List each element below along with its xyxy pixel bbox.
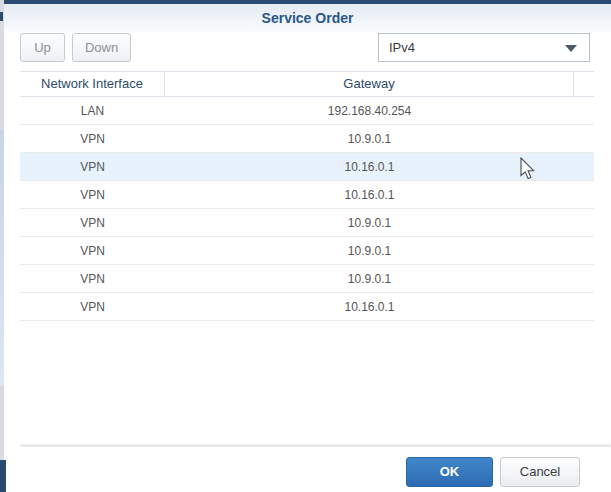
column-header-spacer xyxy=(574,72,594,96)
protocol-dropdown[interactable]: IPv4 xyxy=(378,33,590,62)
footer-divider xyxy=(20,444,611,447)
cell-network-interface: VPN xyxy=(20,160,165,174)
table-row[interactable]: LAN192.168.40.254 xyxy=(20,97,594,125)
cell-gateway: 10.16.0.1 xyxy=(165,300,574,314)
background-window-corner xyxy=(0,460,6,492)
cell-network-interface: VPN xyxy=(20,216,165,230)
cell-network-interface: VPN xyxy=(20,272,165,286)
cell-gateway: 10.9.0.1 xyxy=(165,216,574,230)
up-button[interactable]: Up xyxy=(20,33,65,62)
cell-gateway: 10.9.0.1 xyxy=(165,132,574,146)
cell-gateway: 10.9.0.1 xyxy=(165,272,574,286)
table-row[interactable]: VPN10.16.0.1 xyxy=(20,153,594,181)
background-window-left-edge xyxy=(0,12,3,21)
table-row[interactable]: VPN10.9.0.1 xyxy=(20,237,594,265)
table-row[interactable]: VPN10.16.0.1 xyxy=(20,181,594,209)
down-button[interactable]: Down xyxy=(72,33,131,62)
cell-gateway: 10.16.0.1 xyxy=(165,188,574,202)
ok-button[interactable]: OK xyxy=(406,457,493,487)
table-row[interactable]: VPN10.9.0.1 xyxy=(20,209,594,237)
cell-gateway: 10.16.0.1 xyxy=(165,160,574,174)
protocol-dropdown-value: IPv4 xyxy=(389,40,415,55)
cell-network-interface: LAN xyxy=(20,104,165,118)
cell-gateway: 192.168.40.254 xyxy=(165,104,574,118)
column-header-gateway[interactable]: Gateway xyxy=(165,72,574,96)
table-row[interactable]: VPN10.9.0.1 xyxy=(20,125,594,153)
table-row[interactable]: VPN10.16.0.1 xyxy=(20,293,594,321)
cell-network-interface: VPN xyxy=(20,188,165,202)
cell-gateway: 10.9.0.1 xyxy=(165,244,574,258)
background-window-left-edge xyxy=(0,130,4,385)
table-header: Network Interface Gateway xyxy=(20,71,594,97)
cancel-button[interactable]: Cancel xyxy=(500,457,580,487)
dialog-title: Service Order xyxy=(4,4,611,32)
table-body: LAN192.168.40.254VPN10.9.0.1VPN10.16.0.1… xyxy=(20,97,594,321)
cell-network-interface: VPN xyxy=(20,132,165,146)
table-row[interactable]: VPN10.9.0.1 xyxy=(20,265,594,293)
cell-network-interface: VPN xyxy=(20,244,165,258)
cell-network-interface: VPN xyxy=(20,300,165,314)
chevron-down-icon xyxy=(565,45,577,52)
column-header-network-interface[interactable]: Network Interface xyxy=(20,72,165,96)
